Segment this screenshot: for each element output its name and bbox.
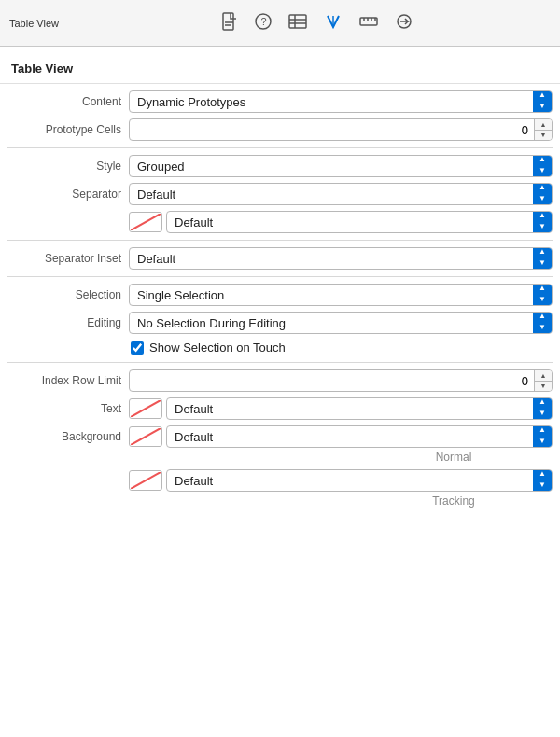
text-color-dropdown[interactable]: Default ▲ ▼ [166,397,553,420]
separator-dropdown[interactable]: Default ▲ ▼ [129,183,553,205]
up-arr: ▲ [539,91,546,102]
style-control: Grouped ▲ ▼ [129,155,553,177]
separator-color-control: Default ▲ ▼ [129,211,553,233]
style-dropdown[interactable]: Grouped ▲ ▼ [129,155,553,177]
tracking-color-control: Default ▲ ▼ [129,469,553,492]
tracking-color-value: Default [175,474,533,488]
prototype-cells-control: ▲ ▼ [129,118,553,141]
text-color-row: Text Default ▲ ▼ [0,395,560,423]
properties-panel: Table View Content Dynamic Prototypes ▲ … [0,47,560,737]
text-color-value: Default [175,402,533,416]
main-layout: Table View Content Dynamic Prototypes ▲ … [0,47,560,737]
separator-color-arrows: ▲ ▼ [533,212,552,232]
index-row-limit-decrement[interactable]: ▼ [535,382,552,392]
separator-arrows: ▲ ▼ [533,184,552,204]
file-icon[interactable] [221,12,238,35]
index-row-limit-stepper-btns: ▲ ▼ [534,370,552,391]
background-color-dropdown[interactable]: Default ▲ ▼ [166,425,553,448]
index-row-limit-increment[interactable]: ▲ [535,370,552,382]
tracking-sublabel-row: Tracking [0,494,560,510]
content-row: Content Dynamic Prototypes ▲ ▼ [0,88,560,116]
divider-3 [7,276,553,277]
editing-arrows: ▲ ▼ [533,313,552,333]
content-control: Dynamic Prototypes ▲ ▼ [129,90,553,113]
index-row-limit-input[interactable] [130,370,534,391]
text-color-arrows: ▲ ▼ [533,398,552,419]
tracking-color-swatch[interactable] [129,470,162,491]
tracking-color-dropdown[interactable]: Default ▲ ▼ [166,469,553,492]
export-icon[interactable] [395,13,413,34]
separator-label: Separator [7,188,129,201]
section-title: Table View [0,56,560,84]
divider-1 [7,147,553,148]
background-color-control: Default ▲ ▼ [129,425,553,448]
editing-control: No Selection During Editing ▲ ▼ [129,312,553,334]
index-row-limit-label: Index Row Limit [7,374,129,387]
prototype-cells-stepper-btns: ▲ ▼ [534,119,552,140]
index-row-limit-row: Index Row Limit ▲ ▼ [0,367,560,395]
ruler-icon[interactable] [359,13,378,34]
svg-rect-0 [223,13,233,30]
selection-arrows: ▲ ▼ [533,285,552,305]
separator-row: Separator Default ▲ ▼ [0,180,560,208]
index-row-limit-stepper: ▲ ▼ [129,369,553,392]
svg-rect-5 [289,15,306,28]
tracking-color-arrows: ▲ ▼ [533,470,552,491]
style-arrows: ▲ ▼ [533,156,552,176]
separator-control: Default ▲ ▼ [129,183,553,205]
content-arrows: ▲ ▼ [533,91,552,112]
show-selection-row: Show Selection on Touch [0,337,560,358]
show-selection-checkbox[interactable] [131,341,144,355]
prototype-cells-increment[interactable]: ▲ [535,119,552,131]
background-color-row: Background Default ▲ ▼ [0,423,560,451]
toolbar-icons: ? [84,12,551,35]
editing-label: Editing [7,316,129,329]
index-row-limit-control: ▲ ▼ [129,369,553,392]
prototype-cells-stepper: ▲ ▼ [129,118,553,141]
text-color-label: Text [7,402,129,415]
divider-2 [7,240,553,241]
separator-color-dropdown[interactable]: Default ▲ ▼ [166,211,553,233]
tracking-sublabel: Tracking [362,494,549,508]
selection-control: Single Selection ▲ ▼ [129,284,553,306]
help-icon[interactable]: ? [255,13,272,34]
content-dropdown[interactable]: Dynamic Prototypes ▲ ▼ [129,90,553,113]
down-arr: ▼ [539,103,546,113]
separator-inset-label: Separator Inset [7,252,129,265]
editing-row: Editing No Selection During Editing ▲ ▼ [0,309,560,337]
normal-sublabel: Normal [362,451,549,464]
separator-inset-control: Default ▲ ▼ [129,247,553,270]
separator-value: Default [137,188,533,202]
background-color-label: Background [7,430,129,443]
style-label: Style [7,160,129,173]
tracking-color-row: Default ▲ ▼ [0,466,560,494]
down-arr: ▼ [539,167,546,177]
style-row: Style Grouped ▲ ▼ [0,152,560,180]
editing-dropdown[interactable]: No Selection During Editing ▲ ▼ [129,312,553,334]
normal-sublabel-row: Normal [0,451,560,466]
separator-inset-dropdown[interactable]: Default ▲ ▼ [129,247,553,270]
up-arr: ▲ [539,156,546,166]
prototype-cells-input[interactable] [130,119,534,140]
separator-inset-value: Default [137,252,533,266]
arrow-down-icon[interactable] [324,12,343,35]
prototype-cells-row: Prototype Cells ▲ ▼ [0,116,560,144]
prototype-cells-label: Prototype Cells [7,123,129,136]
separator-inset-arrows: ▲ ▼ [533,248,552,269]
separator-inset-row: Separator Inset Default ▲ ▼ [0,244,560,272]
selection-dropdown[interactable]: Single Selection ▲ ▼ [129,284,553,306]
separator-color-swatch[interactable] [129,212,162,232]
background-color-swatch[interactable] [129,426,162,447]
background-color-value: Default [175,430,533,444]
selection-value: Single Selection [137,288,533,302]
toolbar: Table View ? [0,0,560,47]
svg-text:?: ? [261,16,267,27]
selection-row: Selection Single Selection ▲ ▼ [0,281,560,309]
prototype-cells-decrement[interactable]: ▼ [535,131,552,141]
show-selection-label: Show Selection on Touch [149,341,286,355]
text-color-swatch[interactable] [129,398,162,419]
list-icon[interactable] [288,13,307,34]
content-value: Dynamic Prototypes [137,95,533,109]
style-value: Grouped [137,160,533,174]
separator-color-row: Default ▲ ▼ [0,208,560,236]
